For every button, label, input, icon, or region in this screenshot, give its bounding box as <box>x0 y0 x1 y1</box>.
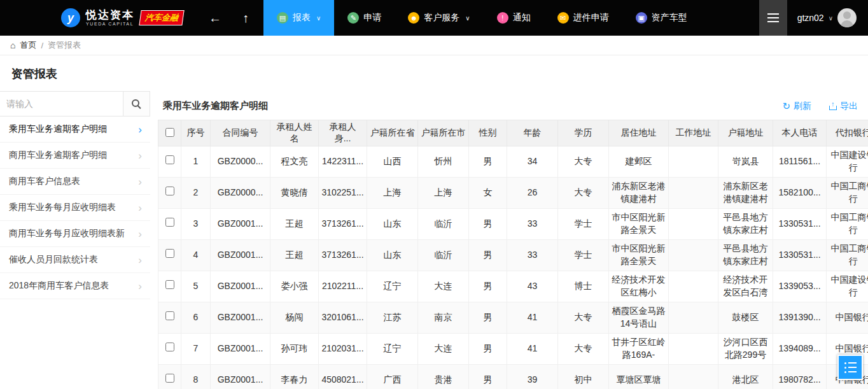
table-cell: 2 <box>181 178 211 209</box>
sidebar-item[interactable]: 商用车业务每月应收明细表新› <box>0 221 150 247</box>
table-cell: 上海 <box>418 178 469 209</box>
table-cell: 市中区阳光新路全景天 <box>609 240 669 271</box>
table-cell: 娄小强 <box>270 271 319 302</box>
chevron-right-icon: › <box>138 255 142 265</box>
sidebar-item-label: 商用车业务每月应收明细表新 <box>9 228 125 239</box>
table-row: 6GBZ0001...杨闯3201061...江苏南京男41大专栖霞区金马路14… <box>158 302 868 334</box>
nav-item-apply[interactable]: ✎申请 <box>334 0 395 36</box>
table-cell: 沙河口区西北路299号 <box>718 334 773 365</box>
table-row: 8GBZ0001...李春力4508021...广西贵港男39初中覃塘区覃塘港北… <box>158 365 868 389</box>
nav-item-label: 报表 <box>293 12 311 24</box>
table-cell: 鼓楼区 <box>718 302 773 334</box>
nav-item-customer-service[interactable]: ☻客户服务∨ <box>395 0 483 36</box>
refresh-label: 刷新 <box>794 101 811 112</box>
row-checkbox[interactable] <box>165 343 174 351</box>
search-icon <box>132 99 141 109</box>
table-cell: 江苏 <box>367 302 418 334</box>
back-icon[interactable]: ← <box>200 11 230 25</box>
table-cell: 1811561... <box>773 146 827 178</box>
column-header: 年龄 <box>507 120 558 146</box>
export-icon <box>829 102 837 110</box>
table-cell: GBZ0001... <box>211 365 270 389</box>
search-input[interactable] <box>0 92 123 116</box>
table-cell: 男 <box>469 334 507 365</box>
chevron-right-icon: › <box>138 202 142 213</box>
table-cell: 1980782... <box>773 365 827 389</box>
table-cell: 王超 <box>270 209 319 240</box>
row-checkbox[interactable] <box>165 155 174 164</box>
sidebar-item[interactable]: 乘用车业务逾期客户明细› <box>0 117 150 143</box>
table-cell: 辽宁 <box>367 334 418 365</box>
nav-item-report[interactable]: ▤报表∨ <box>263 0 334 36</box>
table-cell: 大专 <box>558 178 609 209</box>
chevron-down-icon: ∨ <box>829 15 833 22</box>
column-header: 工作地址 <box>669 120 718 146</box>
table-cell: 男 <box>469 302 507 334</box>
row-checkbox[interactable] <box>165 187 174 195</box>
chevron-down-icon: ∨ <box>316 15 321 22</box>
table-cell: 男 <box>469 209 507 240</box>
row-checkbox[interactable] <box>165 218 174 227</box>
column-header: 序号 <box>181 120 211 146</box>
table-cell: 中国工商银行 <box>827 178 868 209</box>
table-cell: GBZ0001... <box>211 334 270 365</box>
table-cell: 1394089... <box>773 334 827 365</box>
export-label: 导出 <box>840 101 858 112</box>
table-cell: GBZ0000... <box>211 178 270 209</box>
table-cell: 中国工商银行 <box>827 240 868 271</box>
column-header: 户籍地址 <box>718 120 773 146</box>
breadcrumb-home[interactable]: 首页 <box>20 39 36 51</box>
row-checkbox-cell <box>158 271 181 302</box>
table-row: 1GBZ0000...程文亮1422311...山西忻州男34大专建邺区岢岚县1… <box>158 146 868 178</box>
table-cell: 岢岚县 <box>718 146 773 178</box>
brand-name-en: YUEDA CAPITAL <box>86 22 134 27</box>
table-cell: 黄晓倩 <box>270 178 319 209</box>
table-cell <box>669 271 718 302</box>
list-toggle-button[interactable] <box>837 355 863 380</box>
table-cell: 3201061... <box>319 302 367 334</box>
sidebar-item[interactable]: 催收人员月回款统计表› <box>0 247 150 273</box>
chevron-right-icon: › <box>138 281 142 292</box>
row-checkbox[interactable] <box>165 311 174 320</box>
sidebar-item[interactable]: 乘用车业务每月应收明细表› <box>0 195 150 221</box>
nav-item-intake-apply[interactable]: ✉进件申请 <box>544 0 622 36</box>
row-checkbox-cell <box>158 209 181 240</box>
sidebar-item-label: 商用车业务逾期客户明细 <box>9 150 107 161</box>
table-cell: 男 <box>469 365 507 389</box>
select-all-checkbox[interactable] <box>165 128 174 137</box>
table-cell: 1 <box>181 146 211 178</box>
row-checkbox[interactable] <box>165 374 174 383</box>
table-cell: 1339053... <box>773 271 827 302</box>
search-button[interactable] <box>123 92 150 116</box>
nav-item-asset-model[interactable]: ▣资产车型 <box>622 0 701 36</box>
sidebar-item-label: 2018年商用车客户信息表 <box>9 280 109 292</box>
table-cell: 大专 <box>558 146 609 178</box>
up-icon[interactable]: ↑ <box>230 11 261 25</box>
sidebar-item-label: 乘用车业务逾期客户明细 <box>9 124 107 135</box>
table-cell: 杨闯 <box>270 302 319 334</box>
nav-menu: ▤报表∨✎申请☻客户服务∨!通知✉进件申请▣资产车型 <box>263 0 701 36</box>
table-cell: 4508021... <box>319 365 367 389</box>
sidebar-item[interactable]: 商用车客户信息表› <box>0 169 150 195</box>
nav-item-notice[interactable]: !通知 <box>484 0 544 36</box>
row-checkbox-cell <box>158 334 181 365</box>
table-cell: 山西 <box>367 146 418 178</box>
table-cell: 26 <box>507 178 558 209</box>
table-body: 1GBZ0000...程文亮1422311...山西忻州男34大专建邺区岢岚县1… <box>158 146 868 389</box>
refresh-button[interactable]: ↻ 刷新 <box>782 101 811 112</box>
table-cell: 41 <box>507 334 558 365</box>
sidebar-item[interactable]: 商用车业务逾期客户明细› <box>0 143 150 169</box>
table-cell: 平邑县地方镇东家庄村 <box>718 240 773 271</box>
refresh-icon: ↻ <box>782 101 790 112</box>
column-header: 户籍所在省 <box>367 120 418 146</box>
row-checkbox[interactable] <box>165 280 174 289</box>
row-checkbox[interactable] <box>165 249 174 258</box>
hamburger-menu-icon[interactable] <box>759 0 787 36</box>
avatar[interactable] <box>837 8 857 27</box>
table-cell: 中国建设银行 <box>827 271 868 302</box>
user-menu[interactable]: gtzn02 ∨ <box>787 8 868 27</box>
sidebar-item[interactable]: 2018年商用车客户信息表› <box>0 273 150 299</box>
export-button[interactable]: 导出 <box>829 101 858 112</box>
table-cell: 2102031... <box>319 334 367 365</box>
list-icon <box>844 362 857 364</box>
